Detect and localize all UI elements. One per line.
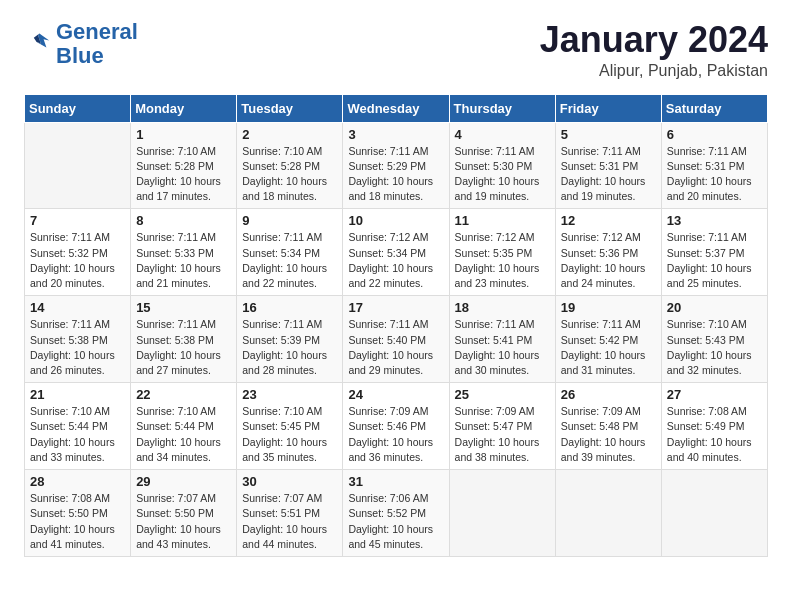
day-info: Sunrise: 7:07 AMSunset: 5:51 PMDaylight:…: [242, 491, 337, 552]
calendar-day-cell: 27Sunrise: 7:08 AMSunset: 5:49 PMDayligh…: [661, 383, 767, 470]
day-number: 28: [30, 474, 125, 489]
day-info: Sunrise: 7:09 AMSunset: 5:46 PMDaylight:…: [348, 404, 443, 465]
weekday-header-cell: Saturday: [661, 94, 767, 122]
calendar-week-row: 28Sunrise: 7:08 AMSunset: 5:50 PMDayligh…: [25, 470, 768, 557]
page-header: General Blue January 2024 Alipur, Punjab…: [24, 20, 768, 80]
calendar-week-row: 1Sunrise: 7:10 AMSunset: 5:28 PMDaylight…: [25, 122, 768, 209]
calendar-day-cell: 26Sunrise: 7:09 AMSunset: 5:48 PMDayligh…: [555, 383, 661, 470]
day-number: 8: [136, 213, 231, 228]
day-info: Sunrise: 7:11 AMSunset: 5:41 PMDaylight:…: [455, 317, 550, 378]
calendar-week-row: 14Sunrise: 7:11 AMSunset: 5:38 PMDayligh…: [25, 296, 768, 383]
day-info: Sunrise: 7:12 AMSunset: 5:34 PMDaylight:…: [348, 230, 443, 291]
calendar-day-cell: [25, 122, 131, 209]
calendar-day-cell: 6Sunrise: 7:11 AMSunset: 5:31 PMDaylight…: [661, 122, 767, 209]
day-number: 19: [561, 300, 656, 315]
calendar-table: SundayMondayTuesdayWednesdayThursdayFrid…: [24, 94, 768, 557]
day-info: Sunrise: 7:11 AMSunset: 5:38 PMDaylight:…: [136, 317, 231, 378]
day-number: 7: [30, 213, 125, 228]
calendar-week-row: 7Sunrise: 7:11 AMSunset: 5:32 PMDaylight…: [25, 209, 768, 296]
day-number: 13: [667, 213, 762, 228]
calendar-title: January 2024: [540, 20, 768, 60]
calendar-day-cell: 15Sunrise: 7:11 AMSunset: 5:38 PMDayligh…: [131, 296, 237, 383]
weekday-header-cell: Monday: [131, 94, 237, 122]
calendar-day-cell: 21Sunrise: 7:10 AMSunset: 5:44 PMDayligh…: [25, 383, 131, 470]
calendar-day-cell: 11Sunrise: 7:12 AMSunset: 5:35 PMDayligh…: [449, 209, 555, 296]
calendar-week-row: 21Sunrise: 7:10 AMSunset: 5:44 PMDayligh…: [25, 383, 768, 470]
day-number: 24: [348, 387, 443, 402]
day-number: 6: [667, 127, 762, 142]
day-number: 14: [30, 300, 125, 315]
calendar-day-cell: 25Sunrise: 7:09 AMSunset: 5:47 PMDayligh…: [449, 383, 555, 470]
calendar-day-cell: 16Sunrise: 7:11 AMSunset: 5:39 PMDayligh…: [237, 296, 343, 383]
day-info: Sunrise: 7:12 AMSunset: 5:35 PMDaylight:…: [455, 230, 550, 291]
calendar-body: 1Sunrise: 7:10 AMSunset: 5:28 PMDaylight…: [25, 122, 768, 556]
calendar-day-cell: 17Sunrise: 7:11 AMSunset: 5:40 PMDayligh…: [343, 296, 449, 383]
weekday-header-cell: Thursday: [449, 94, 555, 122]
day-info: Sunrise: 7:11 AMSunset: 5:30 PMDaylight:…: [455, 144, 550, 205]
day-number: 29: [136, 474, 231, 489]
day-number: 5: [561, 127, 656, 142]
calendar-subtitle: Alipur, Punjab, Pakistan: [540, 62, 768, 80]
day-number: 26: [561, 387, 656, 402]
day-number: 22: [136, 387, 231, 402]
day-info: Sunrise: 7:11 AMSunset: 5:34 PMDaylight:…: [242, 230, 337, 291]
day-info: Sunrise: 7:11 AMSunset: 5:39 PMDaylight:…: [242, 317, 337, 378]
day-number: 11: [455, 213, 550, 228]
weekday-header-cell: Tuesday: [237, 94, 343, 122]
calendar-day-cell: 14Sunrise: 7:11 AMSunset: 5:38 PMDayligh…: [25, 296, 131, 383]
day-number: 25: [455, 387, 550, 402]
calendar-day-cell: 3Sunrise: 7:11 AMSunset: 5:29 PMDaylight…: [343, 122, 449, 209]
day-info: Sunrise: 7:09 AMSunset: 5:47 PMDaylight:…: [455, 404, 550, 465]
calendar-day-cell: [449, 470, 555, 557]
calendar-day-cell: 9Sunrise: 7:11 AMSunset: 5:34 PMDaylight…: [237, 209, 343, 296]
day-info: Sunrise: 7:08 AMSunset: 5:50 PMDaylight:…: [30, 491, 125, 552]
day-number: 21: [30, 387, 125, 402]
calendar-day-cell: 4Sunrise: 7:11 AMSunset: 5:30 PMDaylight…: [449, 122, 555, 209]
weekday-header-cell: Sunday: [25, 94, 131, 122]
day-number: 27: [667, 387, 762, 402]
calendar-day-cell: 12Sunrise: 7:12 AMSunset: 5:36 PMDayligh…: [555, 209, 661, 296]
calendar-day-cell: 10Sunrise: 7:12 AMSunset: 5:34 PMDayligh…: [343, 209, 449, 296]
logo-text: General Blue: [56, 20, 138, 68]
calendar-day-cell: 20Sunrise: 7:10 AMSunset: 5:43 PMDayligh…: [661, 296, 767, 383]
day-info: Sunrise: 7:11 AMSunset: 5:42 PMDaylight:…: [561, 317, 656, 378]
day-number: 23: [242, 387, 337, 402]
weekday-header-cell: Friday: [555, 94, 661, 122]
day-info: Sunrise: 7:11 AMSunset: 5:33 PMDaylight:…: [136, 230, 231, 291]
calendar-day-cell: 24Sunrise: 7:09 AMSunset: 5:46 PMDayligh…: [343, 383, 449, 470]
weekday-header-row: SundayMondayTuesdayWednesdayThursdayFrid…: [25, 94, 768, 122]
calendar-day-cell: 18Sunrise: 7:11 AMSunset: 5:41 PMDayligh…: [449, 296, 555, 383]
day-number: 9: [242, 213, 337, 228]
day-number: 10: [348, 213, 443, 228]
day-info: Sunrise: 7:10 AMSunset: 5:28 PMDaylight:…: [242, 144, 337, 205]
day-info: Sunrise: 7:07 AMSunset: 5:50 PMDaylight:…: [136, 491, 231, 552]
day-info: Sunrise: 7:11 AMSunset: 5:32 PMDaylight:…: [30, 230, 125, 291]
calendar-day-cell: 5Sunrise: 7:11 AMSunset: 5:31 PMDaylight…: [555, 122, 661, 209]
day-number: 18: [455, 300, 550, 315]
weekday-header-cell: Wednesday: [343, 94, 449, 122]
logo: General Blue: [24, 20, 138, 68]
calendar-day-cell: 2Sunrise: 7:10 AMSunset: 5:28 PMDaylight…: [237, 122, 343, 209]
calendar-day-cell: 29Sunrise: 7:07 AMSunset: 5:50 PMDayligh…: [131, 470, 237, 557]
day-info: Sunrise: 7:11 AMSunset: 5:40 PMDaylight:…: [348, 317, 443, 378]
day-info: Sunrise: 7:11 AMSunset: 5:38 PMDaylight:…: [30, 317, 125, 378]
day-number: 17: [348, 300, 443, 315]
day-number: 31: [348, 474, 443, 489]
day-info: Sunrise: 7:12 AMSunset: 5:36 PMDaylight:…: [561, 230, 656, 291]
day-info: Sunrise: 7:06 AMSunset: 5:52 PMDaylight:…: [348, 491, 443, 552]
day-info: Sunrise: 7:11 AMSunset: 5:31 PMDaylight:…: [561, 144, 656, 205]
day-info: Sunrise: 7:09 AMSunset: 5:48 PMDaylight:…: [561, 404, 656, 465]
calendar-day-cell: [555, 470, 661, 557]
calendar-day-cell: 28Sunrise: 7:08 AMSunset: 5:50 PMDayligh…: [25, 470, 131, 557]
day-info: Sunrise: 7:10 AMSunset: 5:45 PMDaylight:…: [242, 404, 337, 465]
day-info: Sunrise: 7:11 AMSunset: 5:37 PMDaylight:…: [667, 230, 762, 291]
calendar-day-cell: 19Sunrise: 7:11 AMSunset: 5:42 PMDayligh…: [555, 296, 661, 383]
calendar-day-cell: 31Sunrise: 7:06 AMSunset: 5:52 PMDayligh…: [343, 470, 449, 557]
calendar-day-cell: 7Sunrise: 7:11 AMSunset: 5:32 PMDaylight…: [25, 209, 131, 296]
day-number: 4: [455, 127, 550, 142]
day-info: Sunrise: 7:11 AMSunset: 5:29 PMDaylight:…: [348, 144, 443, 205]
day-number: 15: [136, 300, 231, 315]
day-info: Sunrise: 7:08 AMSunset: 5:49 PMDaylight:…: [667, 404, 762, 465]
calendar-day-cell: 23Sunrise: 7:10 AMSunset: 5:45 PMDayligh…: [237, 383, 343, 470]
calendar-day-cell: 13Sunrise: 7:11 AMSunset: 5:37 PMDayligh…: [661, 209, 767, 296]
